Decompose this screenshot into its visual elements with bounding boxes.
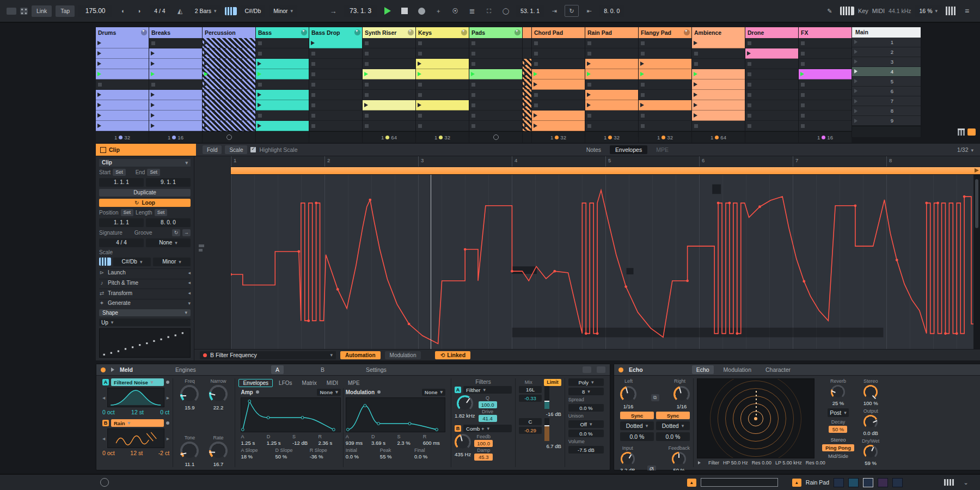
clip-stop-icon[interactable] xyxy=(471,114,475,118)
reverb-value[interactable]: 25 % xyxy=(832,400,844,406)
clip-stop-icon[interactable] xyxy=(311,72,315,76)
clip-slot[interactable] xyxy=(532,38,585,48)
clip-slot[interactable] xyxy=(256,121,309,131)
clip-stop-icon[interactable] xyxy=(748,93,751,97)
clip-playing-icon[interactable] xyxy=(97,72,101,76)
beat-time-ruler[interactable]: 12345678 xyxy=(231,156,980,167)
clip-slot[interactable] xyxy=(309,90,362,100)
left-sync-mode[interactable]: Dotted xyxy=(620,421,654,430)
set-position-button[interactable]: Set xyxy=(121,209,134,216)
mix-b-level[interactable]: 6.7 dB xyxy=(546,443,561,449)
clip-stop-icon[interactable] xyxy=(471,124,475,128)
scene-slot[interactable]: 2 xyxy=(852,47,921,57)
modulation-mode-button[interactable]: Modulation xyxy=(385,351,421,359)
clip-play-icon[interactable] xyxy=(524,62,528,66)
freq-value[interactable]: 15.9 xyxy=(185,405,195,411)
unison-mode[interactable]: Off xyxy=(568,420,604,428)
menu-icon[interactable] xyxy=(960,5,973,16)
loop-length-display[interactable]: 8. 0. 0 xyxy=(599,5,624,17)
mix-b-pan[interactable]: C xyxy=(519,418,542,425)
clip-play-icon[interactable] xyxy=(694,93,697,97)
clip-slot[interactable] xyxy=(256,48,309,59)
track-fold-icon[interactable] xyxy=(514,29,520,35)
clip-stop-icon[interactable] xyxy=(801,83,805,87)
clip-stop-icon[interactable] xyxy=(365,52,369,56)
echo-rings-display[interactable] xyxy=(697,378,814,458)
clip-slot[interactable] xyxy=(256,69,309,79)
scale-button[interactable]: Scale xyxy=(225,145,247,154)
clip-stop-icon[interactable] xyxy=(641,93,645,97)
clip-slot[interactable] xyxy=(585,48,638,59)
clip-play-icon[interactable] xyxy=(204,93,208,97)
clip-stop-icon[interactable] xyxy=(418,83,422,87)
clip-stop-icon[interactable] xyxy=(587,83,591,87)
scene-launch-icon[interactable] xyxy=(854,89,857,93)
window-icon[interactable] xyxy=(7,8,16,15)
clip-play-icon[interactable] xyxy=(97,113,101,118)
clip-play-icon[interactable] xyxy=(524,72,528,76)
clip-slot[interactable] xyxy=(585,59,638,69)
scene-slot[interactable]: 8 xyxy=(852,106,921,116)
clip-slot[interactable] xyxy=(149,69,202,79)
clip-slot[interactable] xyxy=(745,79,798,90)
filter-b-feedback[interactable]: 100.0 xyxy=(474,440,493,447)
clip-slot[interactable] xyxy=(149,79,202,90)
clip-slot[interactable] xyxy=(416,111,469,121)
clip-stop-icon[interactable] xyxy=(801,93,805,97)
track-fold-icon[interactable] xyxy=(684,29,690,35)
clip-slot[interactable] xyxy=(692,69,745,79)
amp-r-slope[interactable]: -36 % xyxy=(310,454,341,460)
clip-slot[interactable] xyxy=(532,79,585,90)
scene-launch-icon[interactable] xyxy=(854,109,857,113)
clip-stop-icon[interactable] xyxy=(365,41,369,45)
clip-stop-icon[interactable] xyxy=(801,103,805,107)
clip-slot[interactable] xyxy=(532,69,585,79)
scene-slot[interactable]: 4 xyxy=(852,67,921,77)
scene-launch-icon[interactable] xyxy=(854,79,857,83)
automation-arm-icon[interactable] xyxy=(449,5,462,16)
clip-slot[interactable] xyxy=(363,121,415,131)
clip-play-icon[interactable] xyxy=(258,103,261,107)
amp-attack[interactable]: 1.25 s xyxy=(241,440,263,446)
clip-slot[interactable] xyxy=(149,48,202,59)
clip-slot[interactable] xyxy=(203,59,255,69)
clip-stop-icon[interactable] xyxy=(748,72,751,76)
track-header[interactable]: Drone xyxy=(745,27,798,38)
track-header[interactable]: Chord Pad xyxy=(532,27,585,38)
scene-launch-icon[interactable] xyxy=(854,99,857,103)
clip-slot[interactable] xyxy=(692,79,745,90)
fold-button[interactable]: Fold xyxy=(203,145,222,154)
clip-slot[interactable] xyxy=(585,100,638,111)
meld-tab-envelopes[interactable]: Envelopes xyxy=(238,379,273,387)
clip-slot[interactable] xyxy=(523,48,531,59)
clip-play-icon[interactable] xyxy=(640,103,644,107)
grid-interval[interactable]: 1/32 xyxy=(957,146,973,153)
clip-slot[interactable] xyxy=(692,59,745,69)
scene-slot[interactable]: 9 xyxy=(852,116,921,126)
clip-slot[interactable] xyxy=(639,79,691,90)
clip-slot[interactable] xyxy=(745,90,798,100)
clip-stop-icon[interactable] xyxy=(748,103,751,107)
filter-b-type[interactable]: Comb + xyxy=(463,425,512,432)
clip-slot[interactable] xyxy=(96,48,149,59)
draw-mode-icon[interactable] xyxy=(823,5,836,16)
scene-launch-icon[interactable] xyxy=(854,59,857,64)
mix-a-level[interactable]: -16 dB xyxy=(546,411,561,417)
dry-wet-value[interactable]: 59 % xyxy=(865,460,877,466)
clip-play-icon[interactable] xyxy=(97,124,101,128)
session-overview-icon[interactable] xyxy=(958,128,965,136)
clip-stop-icon[interactable] xyxy=(534,52,538,56)
clip-stop-icon[interactable] xyxy=(418,52,422,56)
device-thumbnail[interactable] xyxy=(863,478,873,487)
clip-slot[interactable] xyxy=(639,69,691,79)
clip-slot[interactable] xyxy=(799,121,852,131)
clip-stop-icon[interactable] xyxy=(418,114,422,118)
clip-section-header[interactable]: Clip▾ xyxy=(99,159,191,167)
clip-slot[interactable] xyxy=(639,59,691,69)
right-sync-mode[interactable]: Dotted xyxy=(656,421,690,430)
clip-stop-icon[interactable] xyxy=(471,41,475,45)
dry-wet-knob[interactable] xyxy=(863,445,878,459)
clip-slot[interactable] xyxy=(469,38,522,48)
scene-slot[interactable]: 1 xyxy=(852,38,921,47)
clip-play-icon[interactable] xyxy=(204,41,208,45)
